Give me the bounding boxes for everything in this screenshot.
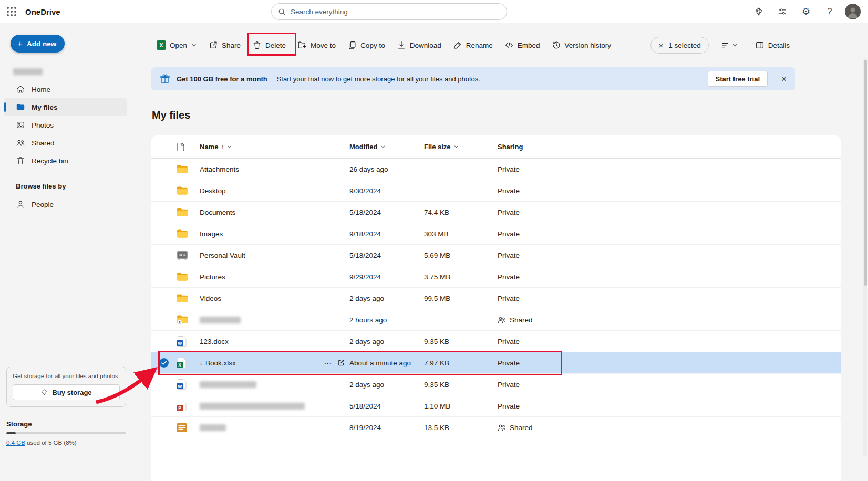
sidebar-item-people[interactable]: People	[4, 195, 127, 213]
svg-text:W: W	[178, 341, 182, 346]
diamond-icon	[40, 389, 48, 396]
buy-storage-button[interactable]: Buy storage	[13, 384, 120, 400]
share-row-button[interactable]	[337, 359, 345, 367]
file-name-cell[interactable]	[200, 317, 349, 323]
table-row[interactable]: Personal Vault5/18/20245.69 MBPrivate	[151, 245, 841, 266]
help-button[interactable]: ?	[821, 3, 838, 20]
file-name-label: Personal Vault	[200, 252, 245, 259]
file-name-cell[interactable]: Videos	[200, 295, 349, 302]
file-name-cell[interactable]: Desktop	[200, 187, 349, 195]
open-button[interactable]: X Open	[151, 35, 202, 56]
sidebar-item-shared[interactable]: Shared	[4, 134, 127, 152]
delete-button[interactable]: Delete	[247, 35, 291, 56]
sidebar: + Add new Home My files Photos Sha	[0, 23, 139, 481]
sharing-cell[interactable]: Private	[498, 187, 841, 195]
account-avatar[interactable]	[845, 4, 861, 19]
shared-people-icon	[498, 424, 506, 431]
sharing-cell[interactable]: Private	[498, 295, 841, 302]
file-name-cell[interactable]: Pictures	[200, 273, 349, 281]
table-row[interactable]: 2 hours agoShared	[151, 309, 841, 331]
home-icon	[16, 85, 25, 94]
sharing-cell[interactable]: Private	[498, 381, 841, 389]
share-button[interactable]: Share	[203, 35, 246, 56]
scrollbar-thumb[interactable]	[864, 60, 867, 286]
table-row[interactable]: W123.docx2 days ago9.35 KBPrivate	[151, 331, 841, 352]
premium-button[interactable]	[750, 3, 767, 20]
table-row[interactable]: P5/18/20241.10 MBPrivate	[151, 395, 841, 417]
sharing-cell[interactable]: Shared	[498, 424, 841, 432]
file-type-column-header[interactable]	[177, 142, 200, 152]
row-checkbox[interactable]	[151, 358, 177, 368]
vertical-scrollbar[interactable]	[863, 58, 867, 457]
trash-icon	[16, 156, 25, 165]
start-free-trial-button[interactable]: Start free trial	[708, 71, 768, 87]
table-row[interactable]: 8/19/202413.5 KBShared	[151, 417, 841, 438]
search-input[interactable]	[291, 8, 500, 16]
download-button[interactable]: Download	[391, 35, 447, 56]
column-header-modified[interactable]: Modified	[349, 143, 424, 151]
sort-view-button[interactable]	[717, 35, 741, 56]
add-new-button[interactable]: + Add new	[11, 35, 65, 53]
trial-banner: Get 100 GB free for a month Start your t…	[151, 67, 795, 90]
sidebar-item-my-files[interactable]: My files	[4, 98, 127, 116]
share-icon	[209, 40, 218, 50]
copy-to-button[interactable]: Copy to	[342, 35, 390, 56]
sharing-cell[interactable]: Private	[498, 252, 841, 259]
search-box[interactable]	[271, 3, 507, 20]
table-row[interactable]: Pictures9/29/20243.75 MBPrivate	[151, 266, 841, 288]
person-icon	[16, 200, 25, 209]
app-launcher-button[interactable]	[0, 0, 23, 23]
sidebar-item-photos[interactable]: Photos	[4, 116, 127, 134]
size-cell: 7.97 KB	[424, 359, 498, 367]
file-name-cell[interactable]: 123.docx	[200, 338, 349, 346]
table-row[interactable]: W2 days ago9.35 KBPrivate	[151, 374, 841, 395]
file-name-cell[interactable]: ↓Book.xlsx⋯	[200, 359, 349, 367]
column-header-sharing[interactable]: Sharing	[498, 143, 523, 151]
column-header-name[interactable]: Name ↑	[200, 143, 232, 151]
file-name-cell[interactable]	[200, 381, 349, 388]
sidebar-item-recycle-bin[interactable]: Recycle bin	[4, 152, 127, 170]
move-to-button[interactable]: Move to	[292, 35, 341, 56]
file-name-cell[interactable]	[200, 403, 349, 410]
sharing-cell[interactable]: Private	[498, 359, 841, 367]
table-row[interactable]: Images9/18/2024303 MBPrivate	[151, 223, 841, 245]
file-name-cell[interactable]: Documents	[200, 208, 349, 216]
sharing-cell[interactable]: Shared	[498, 316, 841, 324]
options-button[interactable]	[774, 3, 791, 20]
storage-used-link[interactable]: 0.4 GB	[6, 440, 25, 446]
copy-icon	[347, 40, 357, 50]
table-row[interactable]: Videos2 days ago99.5 MBPrivate	[151, 288, 841, 309]
table-row[interactable]: X↓Book.xlsx⋯About a minute ago7.97 KBPri…	[151, 352, 841, 374]
sidebar-item-home[interactable]: Home	[4, 80, 127, 98]
banner-close-button[interactable]: ×	[781, 75, 787, 83]
table-row[interactable]: Desktop9/30/2024Private	[151, 180, 841, 202]
clear-selection-button[interactable]: × 1 selected	[650, 37, 708, 54]
file-name-cell[interactable]: Images	[200, 230, 349, 238]
sharing-cell[interactable]: Private	[498, 338, 841, 346]
help-icon: ?	[828, 7, 832, 16]
avatar-image	[845, 4, 861, 19]
details-button[interactable]: Details	[750, 35, 795, 56]
word-icon: W	[177, 336, 200, 347]
sharing-cell[interactable]: Private	[498, 230, 841, 238]
embed-button[interactable]: Embed	[499, 35, 545, 56]
file-name-label: Documents	[200, 208, 235, 216]
more-options-button[interactable]: ⋯	[324, 359, 332, 367]
table-row[interactable]: Documents5/18/202474.4 KBPrivate	[151, 202, 841, 223]
status-icon: ↓	[200, 360, 202, 366]
column-header-file-size[interactable]: File size	[424, 143, 498, 151]
rename-button[interactable]: Rename	[448, 35, 498, 56]
file-name-cell[interactable]: Attachments	[200, 165, 349, 173]
sharing-label: Private	[498, 295, 520, 302]
sharing-cell[interactable]: Private	[498, 402, 841, 410]
sharing-cell[interactable]: Private	[498, 208, 841, 216]
settings-button[interactable]: ⚙	[798, 3, 814, 20]
table-row[interactable]: Attachments26 days agoPrivate	[151, 159, 841, 180]
file-name-cell[interactable]	[200, 424, 349, 431]
file-name-cell[interactable]: Personal Vault	[200, 252, 349, 259]
svg-text:P: P	[178, 405, 181, 411]
sharing-cell[interactable]: Private	[498, 273, 841, 281]
sharing-cell[interactable]: Private	[498, 165, 841, 173]
people-icon	[16, 138, 25, 148]
version-history-button[interactable]: Version history	[546, 35, 617, 56]
